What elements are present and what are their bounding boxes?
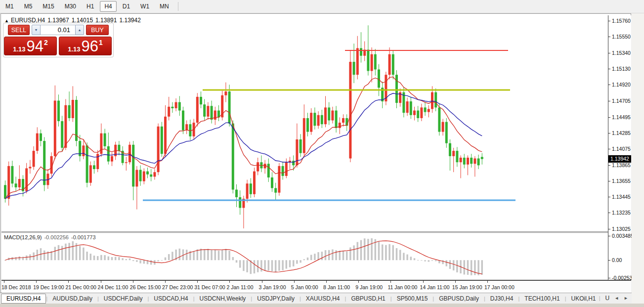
macd-bar bbox=[403, 253, 405, 260]
macd-bar bbox=[296, 260, 298, 263]
macd-bar bbox=[143, 260, 145, 263]
date-axis-label: 15 Jan 19:00 bbox=[452, 284, 482, 290]
candle bbox=[175, 102, 177, 108]
candle bbox=[313, 113, 316, 126]
chart-tab-usdcnh-weekly[interactable]: USDCNH,Weekly bbox=[195, 294, 251, 303]
chart-tab-gbpusd-h1[interactable]: GBPUSD,H1 bbox=[346, 294, 390, 303]
timeframe-button-mn[interactable]: MN bbox=[155, 1, 173, 12]
chart-tab-usdjpy-daily[interactable]: USDJPY,Daily bbox=[252, 294, 300, 303]
macd-bar bbox=[307, 258, 309, 260]
chart-tab-gbpusd-daily[interactable]: GBPUSD,Daily bbox=[434, 294, 484, 303]
candle bbox=[328, 107, 330, 120]
volume-input[interactable] bbox=[41, 25, 75, 35]
timeframe-toolbar: M1M5M15M30H1H4D1W1MN bbox=[0, 0, 644, 13]
macd-bar bbox=[86, 252, 88, 260]
buy-button[interactable]: BUY bbox=[86, 25, 109, 35]
macd-bar bbox=[61, 246, 63, 260]
macd-bar bbox=[378, 241, 380, 260]
candle bbox=[185, 124, 188, 130]
candle bbox=[460, 158, 462, 162]
sell-button[interactable]: SELL bbox=[8, 25, 30, 35]
date-axis-tick bbox=[455, 281, 456, 283]
price-axis-label: 1.13865 bbox=[612, 162, 631, 168]
chart-tab-sp500-m15[interactable]: SP500,M15 bbox=[392, 294, 433, 303]
macd-bar bbox=[417, 260, 419, 261]
volume-decrement-button[interactable]: ▼ bbox=[32, 25, 41, 35]
candle bbox=[228, 91, 231, 124]
chart-tab-xauusd-h4[interactable]: XAUUSD,H4 bbox=[301, 294, 345, 303]
date-axis-tick bbox=[68, 281, 69, 283]
volume-increment-button[interactable]: ▲ bbox=[75, 25, 84, 35]
candle bbox=[395, 75, 398, 103]
mt4-terminal: M1M5M15M30H1H4D1W1MN ▲EURUSD,H41.139671.… bbox=[0, 0, 644, 307]
macd-bar bbox=[68, 243, 70, 260]
macd-bar bbox=[193, 251, 195, 260]
timeframe-button-d1[interactable]: D1 bbox=[118, 1, 134, 12]
sell-price-button[interactable]: 1.13 94 2 bbox=[4, 37, 57, 55]
candle bbox=[40, 133, 42, 141]
price-axis[interactable]: 1.13942 1.157601.155501.153401.151301.14… bbox=[608, 15, 631, 280]
window-bottom-edge bbox=[0, 304, 644, 307]
candle bbox=[107, 146, 110, 162]
candle bbox=[224, 91, 227, 95]
macd-bar bbox=[129, 259, 131, 260]
candle bbox=[64, 105, 67, 148]
timeframe-button-m15[interactable]: M15 bbox=[38, 1, 58, 12]
chart-tab-tech100-h1[interactable]: TECH100,H1 bbox=[519, 294, 564, 303]
macd-bar bbox=[364, 238, 366, 260]
candle bbox=[300, 139, 302, 153]
macd-bar bbox=[93, 256, 95, 260]
macd-bar bbox=[286, 260, 288, 268]
macd-bar bbox=[346, 252, 348, 261]
macd-bar bbox=[225, 249, 227, 260]
candle bbox=[239, 197, 241, 208]
timeframe-button-m1[interactable]: M1 bbox=[1, 1, 18, 12]
candle bbox=[93, 165, 95, 169]
candle bbox=[473, 158, 476, 164]
macd-bar bbox=[179, 249, 181, 260]
macd-bar bbox=[471, 260, 472, 275]
date-axis-tick bbox=[229, 281, 230, 283]
macd-bar bbox=[236, 260, 238, 263]
date-axis-tick bbox=[133, 281, 133, 283]
timeframe-button-m5[interactable]: M5 bbox=[20, 1, 37, 12]
candle bbox=[54, 101, 56, 156]
chart-tab-usdcad-h4[interactable]: USDCAD,H4 bbox=[149, 294, 193, 303]
tab-scroll-left-icon[interactable]: ◄ bbox=[614, 296, 619, 301]
date-axis-label: 19 Dec 19:00 bbox=[33, 284, 64, 290]
timeframe-button-m30[interactable]: M30 bbox=[60, 1, 81, 12]
tab-scroll-right-icon[interactable]: ► bbox=[624, 296, 628, 301]
sell-price-big: 94 bbox=[27, 40, 43, 53]
chart-tab-eurusd-h4[interactable]: EURUSD,H4 bbox=[1, 294, 46, 304]
macd-bar bbox=[293, 260, 295, 266]
desktop-area: ★ ☰ @ bbox=[632, 13, 644, 304]
candle bbox=[132, 145, 134, 187]
price-axis-label: 1.13235 bbox=[612, 210, 631, 216]
candle bbox=[442, 122, 444, 132]
chart-tab-dj30-h4[interactable]: DJ30,H4 bbox=[485, 294, 518, 303]
macd-bar bbox=[289, 260, 291, 267]
candle bbox=[214, 111, 216, 120]
candle bbox=[235, 190, 238, 197]
chart-tab-usdchf-daily[interactable]: USDCHF,Daily bbox=[99, 294, 148, 303]
timeframe-button-h1[interactable]: H1 bbox=[82, 1, 98, 12]
tab-overflow[interactable]: U bbox=[605, 295, 609, 302]
date-axis[interactable]: 18 Dec 201819 Dec 19:0021 Dec 00:0024 De… bbox=[1, 281, 631, 293]
trendlines-group bbox=[143, 50, 515, 200]
macd-bar bbox=[246, 260, 248, 272]
candle bbox=[143, 172, 145, 181]
buy-price-button[interactable]: 1.13 96 1 bbox=[59, 37, 112, 55]
timeframe-button-h4[interactable]: H4 bbox=[100, 1, 116, 12]
macd-bar bbox=[388, 244, 390, 260]
macd-bar bbox=[104, 255, 106, 260]
timeframe-button-w1[interactable]: W1 bbox=[136, 1, 154, 12]
macd-bar bbox=[97, 256, 99, 260]
macd-bar bbox=[232, 257, 234, 260]
date-axis-label: 31 Dec 07:00 bbox=[194, 284, 225, 290]
chart-tab-audusd-daily[interactable]: AUDUSD,Daily bbox=[47, 294, 97, 303]
sell-price-pip: 2 bbox=[44, 39, 48, 46]
macd-bar bbox=[421, 260, 423, 261]
candle bbox=[168, 107, 170, 117]
chart-tab-ukoil-h1[interactable]: UKOil,H1 bbox=[566, 294, 601, 303]
macd-bar bbox=[118, 257, 120, 260]
